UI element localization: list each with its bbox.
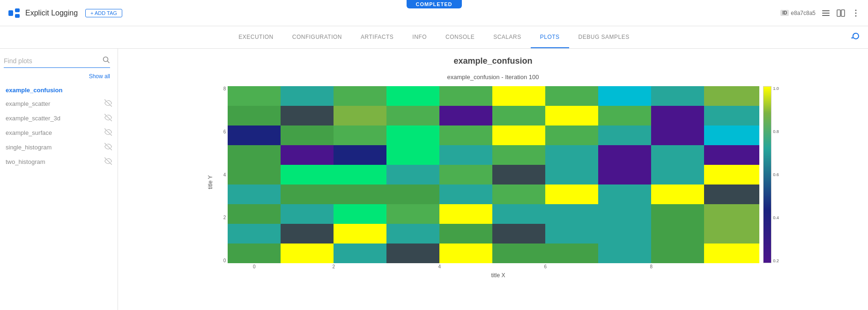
add-tag-button[interactable]: + ADD TAG — [85, 9, 122, 17]
svg-rect-35 — [598, 106, 651, 125]
svg-rect-71 — [386, 185, 439, 204]
sidebar: Show all example_confusion example_scatt… — [0, 49, 118, 310]
svg-rect-50 — [334, 145, 386, 165]
main-layout: Show all example_confusion example_scatt… — [0, 49, 868, 310]
sidebar-item-example-scatter[interactable]: example_scatter — [0, 96, 118, 111]
sidebar-item-two-histogram[interactable]: two_histogram — [0, 155, 118, 169]
y-tick-6: 6 — [223, 129, 226, 134]
tab-console[interactable]: CONSOLE — [436, 26, 484, 48]
svg-rect-48 — [228, 145, 281, 165]
list-icon — [821, 8, 831, 18]
tab-artifacts[interactable]: ARTIFACTS — [351, 26, 403, 48]
svg-rect-105 — [598, 244, 651, 263]
tab-configuration[interactable]: CONFIGURATION — [283, 26, 351, 48]
svg-rect-69 — [281, 185, 334, 204]
svg-rect-32 — [439, 106, 492, 125]
svg-rect-86 — [651, 204, 704, 224]
show-all-link: Show all — [0, 72, 118, 80]
svg-rect-0 — [8, 10, 13, 16]
svg-rect-77 — [704, 185, 759, 204]
svg-rect-58 — [228, 165, 281, 185]
svg-rect-94 — [545, 224, 598, 244]
svg-rect-56 — [651, 145, 704, 165]
svg-rect-87 — [704, 204, 759, 224]
search-icon — [103, 56, 110, 66]
tab-execution[interactable]: EXECUTION — [229, 26, 283, 48]
top-bar: COMPLETED Explicit Logging + ADD TAG ID … — [0, 0, 868, 26]
svg-point-9 — [855, 12, 857, 14]
svg-rect-53 — [492, 145, 545, 165]
x-tick-8: 8 — [598, 264, 704, 269]
svg-rect-98 — [228, 244, 281, 263]
svg-rect-20 — [334, 86, 386, 106]
svg-rect-52 — [439, 145, 492, 165]
svg-rect-21 — [386, 86, 439, 106]
top-bar-right: ID e8a7c8a5 — [780, 8, 861, 18]
svg-rect-60 — [334, 165, 386, 185]
svg-rect-100 — [334, 244, 386, 263]
svg-rect-65 — [598, 165, 651, 185]
svg-rect-19 — [281, 86, 334, 106]
tab-scalars[interactable]: SCALARS — [484, 26, 531, 48]
svg-rect-43 — [492, 125, 545, 145]
sidebar-item-example-scatter-3d[interactable]: example_scatter_3d — [0, 111, 118, 125]
svg-rect-78 — [228, 204, 281, 224]
eye-off-icon-5 — [104, 157, 112, 166]
y-tick-2: 2 — [223, 215, 226, 220]
svg-rect-95 — [598, 224, 651, 244]
svg-rect-104 — [545, 244, 598, 263]
svg-rect-44 — [545, 125, 598, 145]
more-menu-button[interactable] — [851, 8, 861, 18]
svg-rect-92 — [439, 224, 492, 244]
x-axis-ticks: 0 2 4 6 8 — [228, 264, 779, 269]
y-axis-label: title Y — [207, 86, 214, 279]
scale-label-08: 0.8 — [773, 129, 779, 134]
eye-off-icon-3 — [104, 128, 112, 137]
svg-rect-55 — [598, 145, 651, 165]
refresh-button[interactable] — [851, 31, 861, 43]
svg-rect-61 — [386, 165, 439, 185]
heatmap-area: 8 6 4 2 0 — [217, 86, 779, 279]
x-tick-4: 4 — [386, 264, 492, 269]
svg-rect-33 — [492, 106, 545, 125]
svg-rect-37 — [704, 106, 759, 125]
search-input[interactable] — [4, 57, 103, 65]
svg-rect-63 — [492, 165, 545, 185]
svg-line-12 — [108, 61, 110, 63]
svg-rect-97 — [704, 224, 759, 244]
sidebar-item-single-histogram[interactable]: single_histogram — [0, 140, 118, 155]
svg-rect-83 — [492, 204, 545, 224]
svg-rect-88 — [228, 224, 281, 244]
svg-rect-81 — [386, 204, 439, 224]
tab-plots[interactable]: PLOTS — [531, 26, 569, 48]
svg-point-10 — [855, 15, 857, 16]
x-tick-2: 2 — [281, 264, 386, 269]
tab-debug-samples[interactable]: DEBUG SAMPLES — [569, 26, 639, 48]
svg-rect-80 — [334, 204, 386, 224]
search-container — [4, 56, 110, 68]
svg-rect-62 — [439, 165, 492, 185]
sidebar-list: example_confusion example_scatter exampl… — [0, 84, 118, 169]
show-all-anchor[interactable]: Show all — [89, 73, 110, 80]
plot-section-title: example_confusion — [129, 56, 857, 66]
svg-rect-2 — [15, 14, 20, 18]
svg-rect-89 — [281, 224, 334, 244]
sidebar-item-example-surface[interactable]: example_surface — [0, 125, 118, 140]
tab-info[interactable]: INFO — [403, 26, 436, 48]
svg-rect-41 — [386, 125, 439, 145]
svg-rect-84 — [545, 204, 598, 224]
split-view-button[interactable] — [836, 8, 846, 18]
id-badge: ID e8a7c8a5 — [780, 10, 816, 16]
list-view-button[interactable] — [821, 8, 831, 18]
sidebar-item-example-confusion[interactable]: example_confusion — [0, 84, 118, 96]
y-tick-4: 4 — [223, 172, 226, 177]
svg-rect-72 — [439, 185, 492, 204]
app-title: Explicit Logging — [25, 9, 78, 17]
svg-rect-22 — [439, 86, 492, 106]
svg-rect-1 — [15, 8, 20, 12]
id-value: e8a7c8a5 — [791, 10, 816, 16]
plot-subtitle: example_confusion - Iteration 100 — [129, 74, 857, 81]
svg-rect-102 — [439, 244, 492, 263]
x-tick-6: 6 — [492, 264, 598, 269]
completed-badge: COMPLETED — [406, 0, 461, 8]
